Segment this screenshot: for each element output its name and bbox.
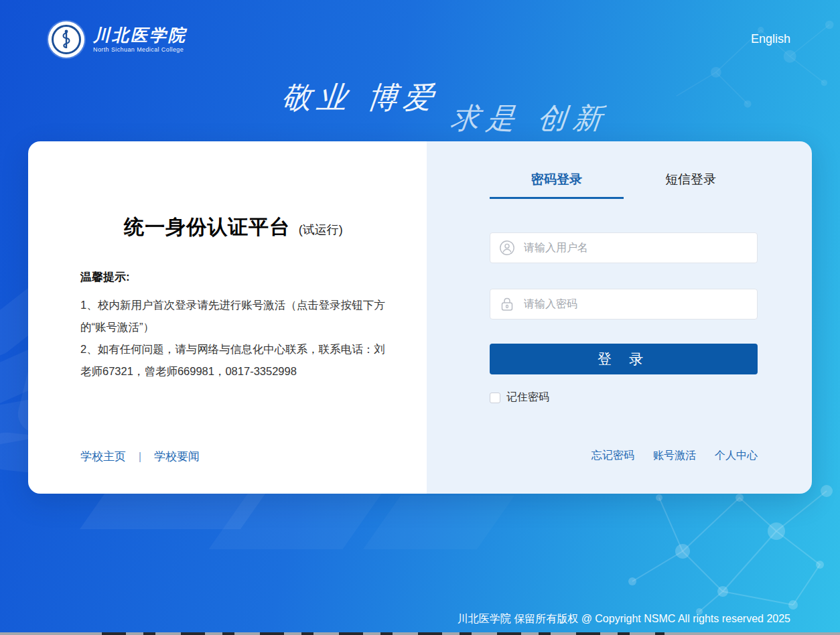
- motto-part1: 敬业 博爱: [279, 78, 441, 118]
- username-input[interactable]: [524, 242, 748, 254]
- platform-trial-tag: (试运行): [299, 223, 343, 236]
- tips-heading: 温馨提示:: [80, 269, 387, 285]
- user-icon: [499, 240, 515, 256]
- school-name-en: North Sichuan Medical College: [93, 46, 187, 53]
- password-field[interactable]: [490, 289, 758, 320]
- motto-part2: 求是 创新: [449, 99, 611, 138]
- platform-title: 统一身份认证平台: [124, 216, 290, 238]
- remember-password-row: 记住密码: [490, 391, 758, 405]
- tab-password-login[interactable]: 密码登录: [490, 171, 624, 199]
- school-emblem-icon: [48, 21, 84, 58]
- copyright-text: 川北医学院 保留所有版权 @ Copyright NSMC All rights…: [458, 612, 790, 626]
- school-news-link[interactable]: 学校要闻: [154, 450, 200, 463]
- login-panel: 密码登录 短信登录 登 录: [427, 141, 812, 494]
- tab-sms-login[interactable]: 短信登录: [624, 171, 758, 199]
- school-name-zh: 川北医学院: [93, 26, 187, 45]
- school-home-link[interactable]: 学校主页: [80, 450, 126, 463]
- remember-checkbox[interactable]: [490, 393, 500, 403]
- password-input[interactable]: [524, 298, 748, 310]
- account-activation-link[interactable]: 账号激活: [653, 449, 696, 463]
- info-panel: 统一身份认证平台 (试运行) 温馨提示: 1、校内新用户首次登录请先进行账号激活…: [28, 141, 427, 494]
- language-switch-link[interactable]: English: [751, 32, 790, 46]
- links-separator: |: [139, 450, 141, 463]
- school-links: 学校主页 | 学校要闻: [80, 449, 200, 464]
- tip-item-1: 1、校内新用户首次登录请先进行账号激活（点击登录按钮下方的“账号激活”）: [80, 294, 385, 338]
- login-card: 统一身份认证平台 (试运行) 温馨提示: 1、校内新用户首次登录请先进行账号激活…: [28, 141, 812, 494]
- personal-center-link[interactable]: 个人中心: [715, 449, 758, 463]
- school-logo: 川北医学院 North Sichuan Medical College: [48, 21, 187, 58]
- forgot-password-link[interactable]: 忘记密码: [591, 449, 634, 463]
- tip-item-2: 2、如有任何问题，请与网络与信息化中心联系，联系电话：刘老师67321，曾老师6…: [80, 338, 385, 382]
- remember-label: 记住密码: [506, 391, 549, 405]
- login-page: 川北医学院 North Sichuan Medical College Engl…: [0, 0, 840, 635]
- username-field[interactable]: [490, 232, 758, 263]
- school-motto: 敬业 博爱 求是 创新: [281, 78, 609, 118]
- login-button[interactable]: 登 录: [490, 344, 758, 374]
- bottom-cutoff-strip: [0, 632, 840, 635]
- molecule-pattern-top: [666, 0, 840, 134]
- auxiliary-links: 忘记密码 账号激活 个人中心: [591, 449, 758, 463]
- lock-icon: [499, 296, 515, 312]
- login-tabs: 密码登录 短信登录: [490, 171, 758, 199]
